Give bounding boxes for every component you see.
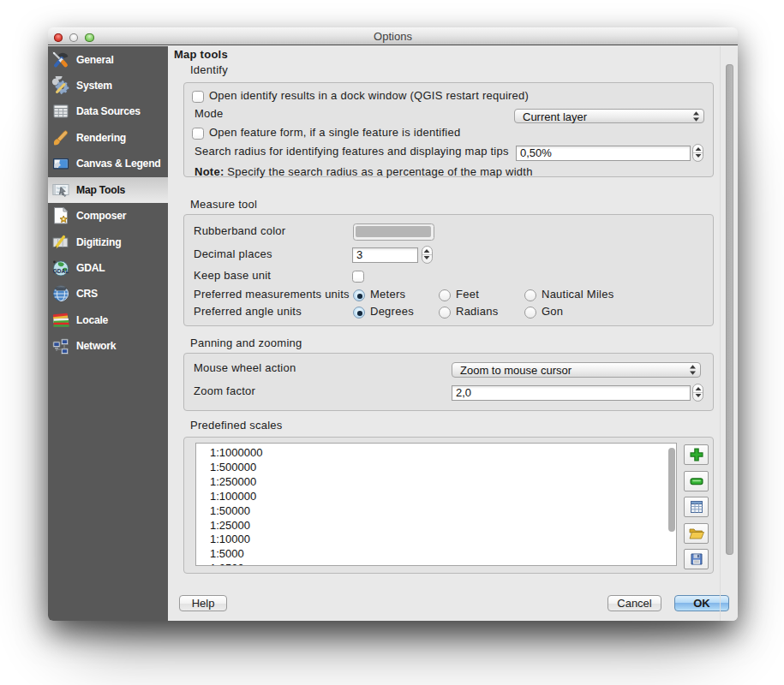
svg-text:GDAL: GDAL	[53, 268, 69, 274]
